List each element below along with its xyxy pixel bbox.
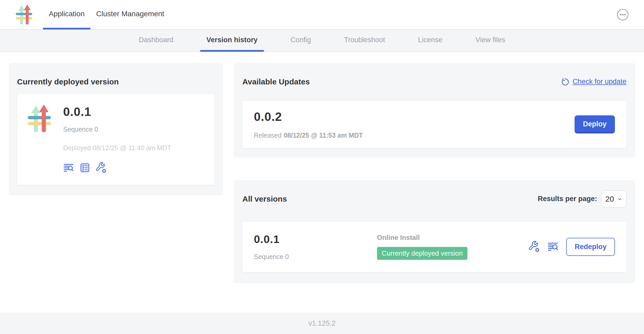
all-versions-title: All versions	[242, 195, 287, 203]
app-subnav: Dashboard Version history Config Trouble…	[0, 30, 644, 52]
available-updates-header: Available Updates Check for update	[242, 71, 626, 93]
subnav-license-label: License	[418, 36, 443, 44]
chevron-down-icon	[617, 196, 623, 202]
all-versions-panel: All versions Results per page: 20 0.0	[233, 180, 635, 283]
available-updates-title: Available Updates	[242, 77, 310, 86]
app-arrows-logo-icon	[15, 5, 34, 25]
deployed-actions	[63, 162, 171, 173]
subnav-license[interactable]: License	[412, 30, 449, 52]
update-version-number: 0.0.2	[254, 110, 363, 124]
deployed-version-card: 0.0.1 Sequence 0 Deployed 08/12/25 @ 11:…	[17, 94, 215, 185]
app-logo	[15, 5, 34, 25]
released-date: 08/12/25 @ 11:53 am MDT	[284, 132, 363, 139]
results-per-page-select[interactable]: 20	[601, 191, 626, 207]
version-row: 0.0.1 Sequence 0 Online Install Currentl…	[242, 222, 626, 272]
subnav-view-files-label: View files	[476, 36, 505, 44]
tab-application-label: Application	[49, 10, 85, 18]
release-notes-search-icon[interactable]	[547, 241, 559, 252]
top-tabs: Application Cluster Management	[43, 0, 170, 29]
deployed-date: Deployed 08/12/25 @ 11:40 am MDT	[63, 144, 171, 152]
update-released: Released08/12/25 @ 11:53 am MDT	[254, 132, 363, 139]
top-bar: Application Cluster Management	[0, 0, 644, 30]
results-per-page: Results per page: 20	[538, 191, 626, 207]
subnav-version-history[interactable]: Version history	[200, 30, 264, 52]
deploy-button[interactable]: Deploy	[575, 115, 615, 133]
subnav-dashboard[interactable]: Dashboard	[133, 30, 180, 52]
ellipsis-circle-icon	[617, 9, 629, 21]
install-type: Online Install	[377, 234, 467, 242]
available-updates-panel: Available Updates Check for update 0.0.2…	[233, 63, 635, 158]
app-arrows-logo-icon	[27, 105, 53, 133]
version-row-sequence: Sequence 0	[254, 253, 377, 261]
tab-application[interactable]: Application	[43, 0, 90, 29]
main-content: Currently deployed version	[0, 52, 644, 313]
version-row-number: 0.0.1	[254, 233, 377, 246]
results-per-page-label: Results per page:	[538, 195, 597, 203]
deployed-sequence: Sequence 0	[63, 126, 171, 133]
subnav-dashboard-label: Dashboard	[139, 36, 173, 44]
app-footer: v1.125.2	[0, 313, 644, 334]
subnav-version-history-label: Version history	[206, 36, 258, 44]
subnav-troubleshoot-label: Troubleshoot	[344, 36, 385, 44]
preflight-checks-icon[interactable]	[79, 162, 90, 173]
version-row-status: Online Install Currently deployed versio…	[377, 234, 467, 260]
config-wrench-icon[interactable]	[96, 162, 107, 173]
right-column: Available Updates Check for update 0.0.2…	[233, 63, 635, 283]
deployed-version-info: 0.0.1 Sequence 0 Deployed 08/12/25 @ 11:…	[63, 105, 171, 173]
subnav-config-label: Config	[291, 36, 311, 44]
console-version: v1.125.2	[308, 319, 336, 327]
subnav-view-files[interactable]: View files	[469, 30, 512, 52]
currently-deployed-badge: Currently deployed version	[377, 247, 467, 260]
update-card: 0.0.2 Released08/12/25 @ 11:53 am MDT De…	[242, 101, 626, 148]
version-row-info: 0.0.1 Sequence 0	[254, 233, 377, 261]
rotate-ccw-icon	[560, 77, 569, 86]
version-row-actions: Redeploy	[528, 238, 615, 256]
check-for-update-link[interactable]: Check for update	[560, 77, 626, 86]
results-per-page-value: 20	[605, 195, 614, 203]
currently-deployed-panel: Currently deployed version	[9, 63, 223, 195]
admin-console-page: Application Cluster Management Dashboard…	[0, 0, 644, 334]
check-for-update-label: Check for update	[572, 78, 626, 86]
config-wrench-icon[interactable]	[528, 241, 540, 252]
subnav-troubleshoot[interactable]: Troubleshoot	[338, 30, 391, 52]
tab-cluster-management-label: Cluster Management	[96, 10, 164, 18]
all-versions-header: All versions Results per page: 20	[242, 188, 626, 210]
subnav-config[interactable]: Config	[284, 30, 317, 52]
overflow-menu-button[interactable]	[617, 9, 629, 21]
release-notes-search-icon[interactable]	[63, 162, 74, 173]
tab-cluster-management[interactable]: Cluster Management	[90, 0, 170, 29]
update-info: 0.0.2 Released08/12/25 @ 11:53 am MDT	[254, 110, 363, 139]
released-prefix: Released	[254, 132, 282, 139]
currently-deployed-title: Currently deployed version	[17, 77, 215, 86]
deployed-version-number: 0.0.1	[63, 105, 171, 119]
redeploy-button[interactable]: Redeploy	[566, 238, 615, 256]
